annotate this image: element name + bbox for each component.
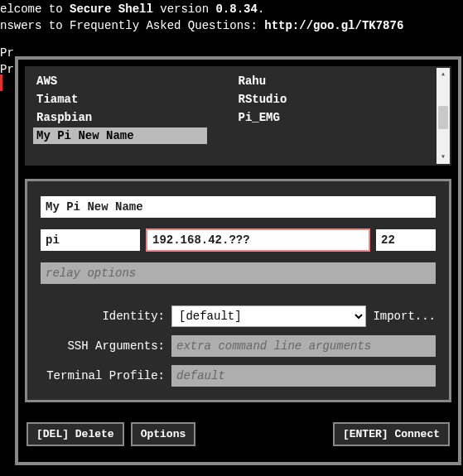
terminal-profile-input[interactable]: default xyxy=(171,365,436,387)
scroll-up-icon[interactable]: ▴ xyxy=(436,68,450,81)
scroll-down-icon[interactable]: ▾ xyxy=(436,151,450,164)
connection-name-input[interactable] xyxy=(41,196,436,218)
username-input[interactable] xyxy=(41,229,140,251)
connection-item[interactable]: Pi_EMG xyxy=(235,109,434,126)
ssh-args-label: SSH Arguments: xyxy=(41,339,165,353)
scroll-thumb[interactable] xyxy=(438,106,448,129)
host-input[interactable] xyxy=(147,229,369,251)
connection-item[interactable]: RStudio xyxy=(235,91,434,108)
identity-label: Identity: xyxy=(41,310,165,323)
connections-list-pane: AWS Rahu Tiamat RStudio Raspbian Pi_EMG … xyxy=(25,66,451,166)
delete-button[interactable]: [DEL] Delete xyxy=(27,422,124,446)
terminal-profile-label: Terminal Profile: xyxy=(41,369,165,382)
connect-button[interactable]: [ENTER] Connect xyxy=(333,422,450,446)
import-link[interactable]: Import... xyxy=(373,310,436,323)
connection-item[interactable]: AWS xyxy=(33,73,232,89)
connection-dialog: AWS Rahu Tiamat RStudio Raspbian Pi_EMG … xyxy=(15,56,461,465)
cursor-bar xyxy=(0,75,2,91)
scrollbar[interactable]: ▴ ▾ xyxy=(436,68,450,164)
port-input[interactable] xyxy=(376,229,436,251)
faq-link[interactable]: http://goo.gl/TK7876 xyxy=(264,19,403,32)
connection-item[interactable]: Rahu xyxy=(235,73,434,89)
connection-form: relay options Identity: [default] Import… xyxy=(25,179,451,402)
connection-item[interactable]: Raspbian xyxy=(33,109,232,126)
identity-select[interactable]: [default] xyxy=(171,305,366,327)
ssh-args-input[interactable]: extra command line arguments xyxy=(171,335,436,357)
relay-options-input[interactable]: relay options xyxy=(41,262,436,284)
options-button[interactable]: Options xyxy=(131,422,196,446)
connection-item[interactable]: Tiamat xyxy=(33,91,232,108)
connection-item-selected[interactable]: My Pi New Name xyxy=(33,127,207,144)
